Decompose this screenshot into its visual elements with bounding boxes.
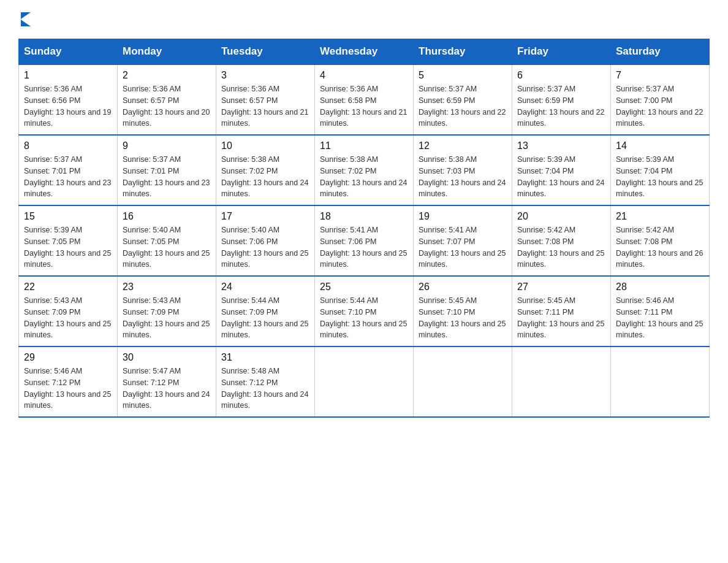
day-number: 10 xyxy=(221,140,309,151)
day-info: Sunrise: 5:36 AM Sunset: 6:56 PM Dayligh… xyxy=(24,83,112,129)
day-info: Sunrise: 5:39 AM Sunset: 7:04 PM Dayligh… xyxy=(616,154,704,200)
day-number: 7 xyxy=(616,70,704,81)
table-row: 2 Sunrise: 5:36 AM Sunset: 6:57 PM Dayli… xyxy=(118,64,216,135)
table-row: 14 Sunrise: 5:39 AM Sunset: 7:04 PM Dayl… xyxy=(611,135,710,205)
table-row: 25 Sunrise: 5:44 AM Sunset: 7:10 PM Dayl… xyxy=(315,276,414,347)
day-number: 17 xyxy=(221,211,309,222)
day-number: 30 xyxy=(123,352,211,363)
table-row: 31 Sunrise: 5:48 AM Sunset: 7:12 PM Dayl… xyxy=(216,347,315,417)
calendar-week-row: 8 Sunrise: 5:37 AM Sunset: 7:01 PM Dayli… xyxy=(19,135,710,205)
col-tuesday: Tuesday xyxy=(216,39,315,65)
col-monday: Monday xyxy=(118,39,216,65)
table-row xyxy=(512,347,611,417)
col-wednesday: Wednesday xyxy=(315,39,414,65)
day-info: Sunrise: 5:38 AM Sunset: 7:02 PM Dayligh… xyxy=(221,154,309,200)
day-info: Sunrise: 5:37 AM Sunset: 7:01 PM Dayligh… xyxy=(123,154,211,200)
day-info: Sunrise: 5:40 AM Sunset: 7:05 PM Dayligh… xyxy=(123,224,211,270)
day-number: 13 xyxy=(517,140,605,151)
day-number: 6 xyxy=(517,70,605,81)
table-row xyxy=(611,347,710,417)
day-info: Sunrise: 5:47 AM Sunset: 7:12 PM Dayligh… xyxy=(123,366,211,412)
day-info: Sunrise: 5:36 AM Sunset: 6:57 PM Dayligh… xyxy=(221,83,309,129)
table-row: 28 Sunrise: 5:46 AM Sunset: 7:11 PM Dayl… xyxy=(611,276,710,347)
calendar-week-row: 22 Sunrise: 5:43 AM Sunset: 7:09 PM Dayl… xyxy=(19,276,710,347)
table-row: 4 Sunrise: 5:36 AM Sunset: 6:58 PM Dayli… xyxy=(315,64,414,135)
table-row: 19 Sunrise: 5:41 AM Sunset: 7:07 PM Dayl… xyxy=(414,205,512,276)
table-row: 27 Sunrise: 5:45 AM Sunset: 7:11 PM Dayl… xyxy=(512,276,611,347)
day-info: Sunrise: 5:37 AM Sunset: 6:59 PM Dayligh… xyxy=(419,83,507,129)
table-row: 1 Sunrise: 5:36 AM Sunset: 6:56 PM Dayli… xyxy=(19,64,118,135)
day-info: Sunrise: 5:36 AM Sunset: 6:58 PM Dayligh… xyxy=(320,83,408,129)
day-info: Sunrise: 5:43 AM Sunset: 7:09 PM Dayligh… xyxy=(123,295,211,341)
table-row: 30 Sunrise: 5:47 AM Sunset: 7:12 PM Dayl… xyxy=(118,347,216,417)
logo xyxy=(18,12,31,26)
table-row: 16 Sunrise: 5:40 AM Sunset: 7:05 PM Dayl… xyxy=(118,205,216,276)
day-number: 28 xyxy=(616,282,704,293)
calendar-week-row: 1 Sunrise: 5:36 AM Sunset: 6:56 PM Dayli… xyxy=(19,64,710,135)
table-row: 18 Sunrise: 5:41 AM Sunset: 7:06 PM Dayl… xyxy=(315,205,414,276)
day-info: Sunrise: 5:42 AM Sunset: 7:08 PM Dayligh… xyxy=(616,224,704,270)
day-number: 9 xyxy=(123,140,211,151)
day-number: 21 xyxy=(616,211,704,222)
day-info: Sunrise: 5:40 AM Sunset: 7:06 PM Dayligh… xyxy=(221,224,309,270)
table-row xyxy=(315,347,414,417)
day-number: 31 xyxy=(221,352,309,363)
day-info: Sunrise: 5:37 AM Sunset: 7:01 PM Dayligh… xyxy=(24,154,112,200)
day-info: Sunrise: 5:44 AM Sunset: 7:09 PM Dayligh… xyxy=(221,295,309,341)
calendar-week-row: 29 Sunrise: 5:46 AM Sunset: 7:12 PM Dayl… xyxy=(19,347,710,417)
table-row: 24 Sunrise: 5:44 AM Sunset: 7:09 PM Dayl… xyxy=(216,276,315,347)
day-number: 24 xyxy=(221,282,309,293)
day-number: 4 xyxy=(320,70,408,81)
table-row: 17 Sunrise: 5:40 AM Sunset: 7:06 PM Dayl… xyxy=(216,205,315,276)
table-row: 23 Sunrise: 5:43 AM Sunset: 7:09 PM Dayl… xyxy=(118,276,216,347)
table-row: 10 Sunrise: 5:38 AM Sunset: 7:02 PM Dayl… xyxy=(216,135,315,205)
col-thursday: Thursday xyxy=(414,39,512,65)
day-number: 3 xyxy=(221,70,309,81)
day-number: 23 xyxy=(123,282,211,293)
day-number: 27 xyxy=(517,282,605,293)
day-info: Sunrise: 5:38 AM Sunset: 7:02 PM Dayligh… xyxy=(320,154,408,200)
day-info: Sunrise: 5:46 AM Sunset: 7:12 PM Dayligh… xyxy=(24,366,112,412)
table-row: 7 Sunrise: 5:37 AM Sunset: 7:00 PM Dayli… xyxy=(611,64,710,135)
col-saturday: Saturday xyxy=(611,39,710,65)
day-number: 16 xyxy=(123,211,211,222)
day-number: 19 xyxy=(419,211,507,222)
day-number: 22 xyxy=(24,282,112,293)
day-info: Sunrise: 5:43 AM Sunset: 7:09 PM Dayligh… xyxy=(24,295,112,341)
table-row xyxy=(414,347,512,417)
table-row: 8 Sunrise: 5:37 AM Sunset: 7:01 PM Dayli… xyxy=(19,135,118,205)
day-info: Sunrise: 5:38 AM Sunset: 7:03 PM Dayligh… xyxy=(419,154,507,200)
table-row: 26 Sunrise: 5:45 AM Sunset: 7:10 PM Dayl… xyxy=(414,276,512,347)
day-info: Sunrise: 5:39 AM Sunset: 7:04 PM Dayligh… xyxy=(517,154,605,200)
day-number: 8 xyxy=(24,140,112,151)
day-info: Sunrise: 5:39 AM Sunset: 7:05 PM Dayligh… xyxy=(24,224,112,270)
day-number: 29 xyxy=(24,352,112,363)
table-row: 21 Sunrise: 5:42 AM Sunset: 7:08 PM Dayl… xyxy=(611,205,710,276)
table-row: 29 Sunrise: 5:46 AM Sunset: 7:12 PM Dayl… xyxy=(19,347,118,417)
day-number: 2 xyxy=(123,70,211,81)
day-info: Sunrise: 5:37 AM Sunset: 6:59 PM Dayligh… xyxy=(517,83,605,129)
table-row: 12 Sunrise: 5:38 AM Sunset: 7:03 PM Dayl… xyxy=(414,135,512,205)
day-number: 1 xyxy=(24,70,112,81)
col-friday: Friday xyxy=(512,39,611,65)
day-number: 25 xyxy=(320,282,408,293)
day-info: Sunrise: 5:36 AM Sunset: 6:57 PM Dayligh… xyxy=(123,83,211,129)
day-info: Sunrise: 5:41 AM Sunset: 7:07 PM Dayligh… xyxy=(419,224,507,270)
day-info: Sunrise: 5:44 AM Sunset: 7:10 PM Dayligh… xyxy=(320,295,408,341)
day-number: 18 xyxy=(320,211,408,222)
day-number: 14 xyxy=(616,140,704,151)
table-row: 13 Sunrise: 5:39 AM Sunset: 7:04 PM Dayl… xyxy=(512,135,611,205)
table-row: 3 Sunrise: 5:36 AM Sunset: 6:57 PM Dayli… xyxy=(216,64,315,135)
day-number: 26 xyxy=(419,282,507,293)
table-row: 22 Sunrise: 5:43 AM Sunset: 7:09 PM Dayl… xyxy=(19,276,118,347)
table-row: 15 Sunrise: 5:39 AM Sunset: 7:05 PM Dayl… xyxy=(19,205,118,276)
table-row: 11 Sunrise: 5:38 AM Sunset: 7:02 PM Dayl… xyxy=(315,135,414,205)
day-number: 12 xyxy=(419,140,507,151)
table-row: 5 Sunrise: 5:37 AM Sunset: 6:59 PM Dayli… xyxy=(414,64,512,135)
day-number: 5 xyxy=(419,70,507,81)
day-info: Sunrise: 5:48 AM Sunset: 7:12 PM Dayligh… xyxy=(221,366,309,412)
day-info: Sunrise: 5:37 AM Sunset: 7:00 PM Dayligh… xyxy=(616,83,704,129)
table-row: 9 Sunrise: 5:37 AM Sunset: 7:01 PM Dayli… xyxy=(118,135,216,205)
table-row: 20 Sunrise: 5:42 AM Sunset: 7:08 PM Dayl… xyxy=(512,205,611,276)
calendar-table: Sunday Monday Tuesday Wednesday Thursday… xyxy=(18,39,710,418)
